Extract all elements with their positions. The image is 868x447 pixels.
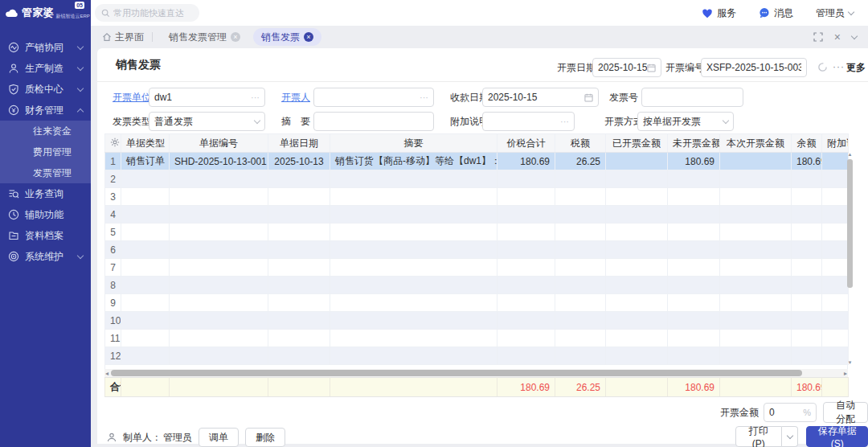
tab-close-icon[interactable]: × bbox=[304, 32, 313, 42]
gear-icon[interactable] bbox=[105, 134, 121, 153]
message-label: 消息 bbox=[774, 6, 793, 20]
drawer-input[interactable] bbox=[319, 92, 417, 103]
invoice-type-value[interactable] bbox=[154, 116, 255, 127]
print-dropdown-button[interactable] bbox=[782, 426, 799, 447]
more-link[interactable]: 更多 bbox=[846, 58, 866, 77]
sidebar-subitem[interactable]: 费用管理 bbox=[0, 141, 91, 162]
billing-unit-label[interactable]: 开票单位 bbox=[113, 88, 151, 107]
tab-0[interactable]: 销售发票管理× bbox=[161, 28, 248, 46]
ellipsis-picker-icon[interactable]: ··· bbox=[251, 92, 260, 102]
billing-method-value[interactable] bbox=[643, 116, 723, 127]
column-header[interactable]: 余额 bbox=[792, 134, 822, 153]
summary-input[interactable] bbox=[319, 116, 428, 127]
hscroll-thumb[interactable] bbox=[111, 370, 802, 376]
receipt-date-input[interactable] bbox=[488, 92, 584, 103]
column-header[interactable]: 未开票金额 bbox=[668, 134, 720, 153]
delete-button[interactable]: 删除 bbox=[245, 428, 285, 447]
column-header[interactable]: 单据类型 bbox=[121, 134, 170, 153]
sidebar-subitem[interactable]: 往来资金 bbox=[0, 121, 91, 141]
table-row[interactable]: 5 bbox=[105, 224, 849, 241]
sidebar-item-2[interactable]: 质检中心 bbox=[0, 79, 91, 100]
invoice-number-input[interactable] bbox=[647, 92, 738, 103]
drawer-field[interactable]: ··· bbox=[313, 88, 434, 107]
sidebar-item-0[interactable]: 产销协同 bbox=[0, 37, 91, 58]
receipt-date-field[interactable] bbox=[482, 88, 599, 107]
total-value: 26.25 bbox=[555, 378, 606, 397]
scroll-up-icon[interactable]: ▴ bbox=[847, 151, 853, 158]
billing-unit-input[interactable] bbox=[154, 92, 248, 103]
table-row[interactable]: 1销售订单SHD-2025-10-13-0012025-10-13销售订货【商品… bbox=[105, 153, 849, 170]
amount-field[interactable]: % bbox=[764, 403, 817, 422]
refresh-icon[interactable] bbox=[817, 62, 828, 72]
vscroll-thumb[interactable] bbox=[847, 159, 853, 288]
table-row[interactable]: 11 bbox=[105, 330, 849, 347]
save-button[interactable]: 保存单据(S) bbox=[806, 426, 868, 447]
table-row[interactable]: 3 bbox=[105, 188, 849, 206]
shield-icon bbox=[8, 84, 19, 95]
sidebar-item-1[interactable]: 生产制造 bbox=[0, 58, 91, 79]
column-header[interactable]: 本次开票金额 bbox=[720, 134, 792, 153]
invoice-no-field[interactable] bbox=[701, 58, 807, 77]
print-button[interactable]: 打印(P) bbox=[735, 426, 782, 447]
table-row[interactable]: 2 bbox=[105, 170, 849, 188]
topbar-right: 服务 消息 管理员 bbox=[687, 0, 854, 26]
user-menu[interactable]: 管理员 bbox=[816, 6, 854, 20]
column-header[interactable]: 税额 bbox=[555, 134, 606, 153]
table-row[interactable]: 8 bbox=[105, 277, 849, 294]
close-icon[interactable]: × bbox=[834, 31, 841, 43]
column-header[interactable]: 单据日期 bbox=[268, 134, 330, 153]
billing-unit-field[interactable]: ··· bbox=[149, 88, 265, 107]
search-input[interactable] bbox=[113, 8, 194, 18]
table-row[interactable]: 4 bbox=[105, 206, 849, 224]
scroll-right-icon[interactable]: ▸ bbox=[844, 370, 847, 377]
vertical-scrollbar[interactable]: ▴ ▾ bbox=[847, 153, 853, 364]
amount-input[interactable] bbox=[769, 407, 800, 418]
note-field[interactable]: ··· bbox=[482, 112, 575, 131]
collapse-chevron-icon[interactable] bbox=[851, 32, 858, 39]
column-header[interactable]: 已开票金额 bbox=[606, 134, 668, 153]
table-row[interactable]: 9 bbox=[105, 294, 849, 312]
more-dots-icon[interactable]: ··· bbox=[833, 61, 845, 72]
ellipsis-picker-icon[interactable]: ··· bbox=[420, 92, 428, 102]
sidebar-item-6[interactable]: 资料档案 bbox=[0, 225, 91, 246]
billing-method-select[interactable] bbox=[637, 112, 734, 131]
scroll-down-icon[interactable]: ▾ bbox=[847, 359, 853, 366]
tab-1[interactable]: 销售发票× bbox=[253, 28, 321, 46]
sidebar-subitem[interactable]: 发票管理 bbox=[0, 162, 91, 183]
fullscreen-icon[interactable] bbox=[813, 32, 823, 42]
summary-field[interactable] bbox=[313, 112, 434, 131]
invoice-no-input[interactable] bbox=[706, 62, 801, 73]
invoice-date-field[interactable] bbox=[592, 58, 661, 77]
sidebar-item-7[interactable]: 系统维护 bbox=[0, 246, 91, 267]
column-header[interactable]: 摘要 bbox=[330, 134, 497, 153]
recall-button[interactable]: 调单 bbox=[199, 428, 239, 447]
tab-home[interactable]: 主界面 bbox=[102, 31, 144, 44]
sidebar-item-4[interactable]: 业务查询 bbox=[0, 183, 91, 204]
table-row[interactable]: 7 bbox=[105, 259, 849, 277]
invoice-date-input[interactable] bbox=[598, 62, 647, 73]
target-icon bbox=[8, 251, 19, 262]
ellipsis-picker-icon[interactable]: ··· bbox=[560, 117, 569, 126]
sidebar-item-3[interactable]: 财务管理 bbox=[0, 100, 91, 121]
column-header[interactable]: 单据编号 bbox=[170, 134, 268, 153]
invoice-type-select[interactable] bbox=[149, 112, 265, 131]
column-header[interactable]: 附加说明 bbox=[822, 134, 849, 153]
horizontal-scrollbar[interactable]: ◂ ▸ bbox=[104, 369, 848, 377]
sidebar-item-5[interactable]: 辅助功能 bbox=[0, 204, 91, 225]
note-input[interactable] bbox=[488, 116, 558, 127]
message-menu[interactable]: 消息 bbox=[759, 6, 793, 20]
table-row[interactable]: 6 bbox=[105, 241, 849, 259]
table-row[interactable]: 10 bbox=[105, 312, 849, 330]
invoice-number-field[interactable] bbox=[641, 88, 743, 107]
sidebar-subitem-label: 费用管理 bbox=[33, 146, 72, 159]
auto-assign-button[interactable]: 自动分配 bbox=[823, 402, 868, 423]
table-row[interactable]: 12 bbox=[105, 347, 849, 365]
chevron-down-icon bbox=[77, 43, 84, 49]
quick-search[interactable] bbox=[95, 4, 199, 22]
column-header[interactable]: 价税合计 bbox=[497, 134, 555, 153]
tab-close-icon[interactable]: × bbox=[231, 32, 240, 42]
service-menu[interactable]: 服务 bbox=[702, 6, 736, 20]
total-label: 合计 bbox=[105, 378, 121, 397]
scroll-left-icon[interactable]: ◂ bbox=[105, 370, 108, 377]
drawer-label[interactable]: 开票人 bbox=[281, 88, 310, 107]
